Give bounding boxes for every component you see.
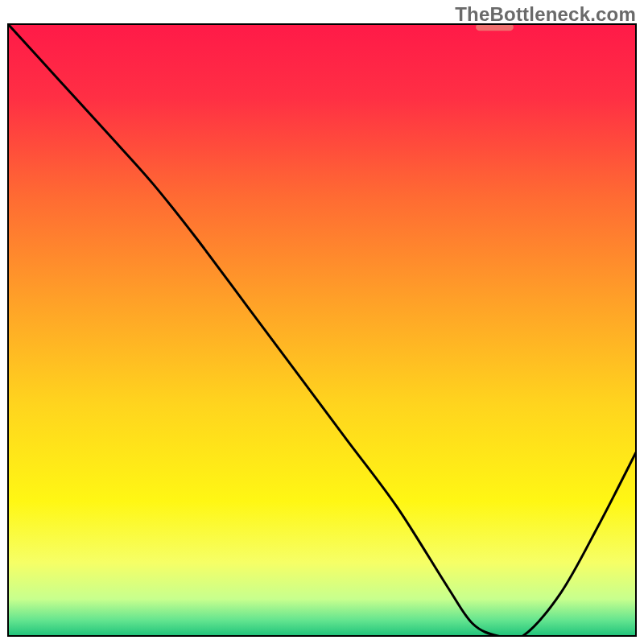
watermark-text: TheBottleneck.com bbox=[455, 3, 636, 26]
bottleneck-chart bbox=[0, 0, 644, 644]
gradient-background bbox=[8, 24, 636, 636]
chart-stage: TheBottleneck.com bbox=[0, 0, 644, 644]
